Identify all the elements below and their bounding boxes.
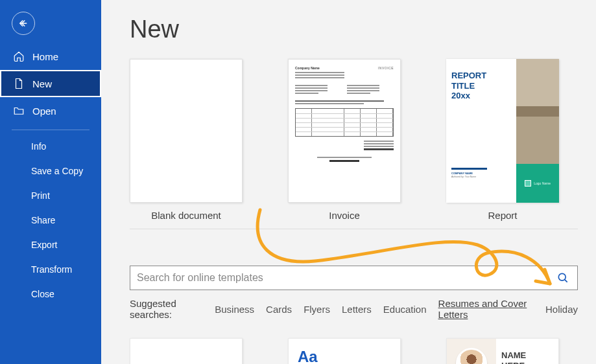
- styles-sample: Aa: [289, 339, 400, 364]
- nav-label: Home: [32, 51, 58, 62]
- invoice-doclabel: INVOICE: [378, 66, 394, 70]
- sidebar-divider: [12, 130, 89, 130]
- arrow-left-icon: [18, 17, 29, 29]
- search-button[interactable]: [549, 266, 577, 290]
- suggest-link-cards[interactable]: Cards: [266, 304, 292, 315]
- nav-sub-export[interactable]: Export: [0, 233, 101, 257]
- report-title-line2: 20xx: [451, 91, 470, 100]
- suggest-link-resumes[interactable]: Resumes and Cover Letters: [438, 298, 534, 320]
- suggest-link-flyers[interactable]: Flyers: [304, 304, 330, 315]
- template-report[interactable]: REPORT TITLE 20xx COMPANY NAME Authored …: [446, 59, 559, 221]
- template-label: Report: [488, 210, 517, 221]
- nav-sub-print[interactable]: Print: [0, 183, 101, 208]
- nav-item-open[interactable]: Open: [0, 97, 101, 124]
- annotation-arrow: [231, 206, 581, 310]
- folder-icon: [13, 105, 25, 117]
- template-thumb: REPORT TITLE 20xx COMPANY NAME Authored …: [446, 59, 559, 203]
- template-card[interactable]: [130, 338, 243, 364]
- page-title: New: [130, 16, 578, 43]
- search-input[interactable]: [130, 266, 549, 290]
- nav-label: New: [32, 78, 52, 89]
- template-thumb: [130, 59, 243, 203]
- report-author: Authored by: Your Name: [451, 176, 511, 178]
- search-icon: [556, 271, 569, 284]
- template-blank-document[interactable]: Blank document: [130, 59, 243, 221]
- suggest-link-holiday[interactable]: Holiday: [545, 304, 578, 315]
- report-title-line1: REPORT TITLE: [451, 71, 486, 91]
- suggest-link-letters[interactable]: Letters: [342, 304, 372, 315]
- home-icon: [13, 51, 25, 62]
- resume-name-line2: HERE: [501, 361, 525, 364]
- suggested-label: Suggested searches:: [130, 298, 202, 320]
- svg-point-0: [558, 273, 566, 280]
- template-thumb: Company Name INVOICE: [288, 59, 401, 203]
- logo-icon: [525, 180, 531, 187]
- report-company: COMPANY NAME: [451, 172, 511, 175]
- template-label: Invoice: [329, 210, 360, 221]
- nav-sub-info[interactable]: Info: [0, 134, 101, 159]
- nav-sub-close[interactable]: Close: [0, 282, 101, 306]
- avatar: [456, 348, 487, 364]
- nav-label: Open: [32, 106, 56, 117]
- nav-sub-transform[interactable]: Transform: [0, 257, 101, 282]
- template-search-bar: [130, 266, 578, 290]
- template-card-styles[interactable]: Aa: [288, 338, 401, 364]
- template-label: Blank document: [151, 210, 221, 221]
- template-card-resume[interactable]: NAME HERE: [446, 338, 559, 364]
- backstage-sidebar: Home New Open Info Save a Copy Print Sha…: [0, 0, 101, 364]
- templates-row-featured: Blank document Company Name INVOICE: [130, 59, 578, 221]
- template-invoice[interactable]: Company Name INVOICE: [288, 59, 401, 221]
- main-panel: New Blank document Company Name INVOICE: [101, 0, 596, 364]
- section-divider: [130, 229, 578, 229]
- nav-sub-share[interactable]: Share: [0, 208, 101, 233]
- suggest-link-business[interactable]: Business: [215, 304, 254, 315]
- invoice-company: Company Name: [295, 66, 320, 70]
- back-button[interactable]: [12, 12, 35, 35]
- suggest-link-education[interactable]: Education: [383, 304, 427, 315]
- file-icon: [13, 78, 25, 89]
- nav-sub-save-copy[interactable]: Save a Copy: [0, 159, 101, 183]
- report-logo-text: Logo Name: [534, 181, 551, 185]
- nav-item-home[interactable]: Home: [0, 43, 101, 70]
- nav-item-new[interactable]: New: [0, 70, 101, 97]
- resume-name-line1: NAME: [501, 350, 526, 360]
- templates-row-results: Aa NAME HERE: [130, 338, 578, 364]
- suggested-searches: Suggested searches: Business Cards Flyer…: [130, 298, 578, 320]
